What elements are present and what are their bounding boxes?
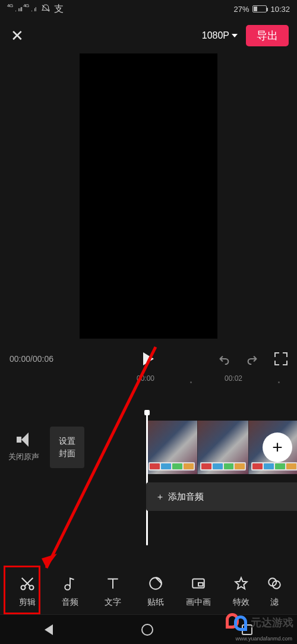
- battery-icon: [252, 5, 267, 12]
- ruler-dot: [190, 381, 192, 383]
- redo-button[interactable]: [246, 353, 259, 365]
- svg-point-2: [21, 586, 26, 590]
- signal-2: 4G．ıl: [23, 5, 36, 14]
- battery-pct: 27%: [233, 5, 249, 14]
- mute-original-button[interactable]: 关闭原声: [8, 433, 39, 462]
- mute-icon: [41, 4, 50, 15]
- tool-label: 贴纸: [147, 597, 164, 608]
- watermark: 元达游戏: [225, 611, 293, 634]
- tool-cut[interactable]: 剪辑: [6, 574, 49, 608]
- time-display: 00:00/00:06: [10, 354, 53, 364]
- nav-back[interactable]: [45, 624, 53, 635]
- tool-pip[interactable]: 画中画: [177, 574, 220, 608]
- set-cover-button[interactable]: 设置封面: [50, 427, 84, 468]
- status-left: 4G．ııll 4G．ıl 支: [7, 3, 64, 15]
- sticker-icon: [147, 574, 165, 592]
- svg-point-3: [30, 586, 34, 590]
- svg-marker-1: [42, 554, 57, 568]
- timeline-ruler[interactable]: 00:00 00:02: [0, 374, 297, 391]
- playback-controls: 00:00/00:06: [0, 347, 297, 371]
- video-frame: [80, 53, 217, 339]
- undo-button[interactable]: [217, 353, 230, 365]
- video-preview[interactable]: [0, 53, 297, 339]
- tool-audio[interactable]: 音频: [49, 574, 91, 608]
- plus-icon: ＋: [156, 491, 165, 503]
- chevron-down-icon: [232, 34, 238, 37]
- tool-effects[interactable]: 特效: [220, 574, 263, 608]
- tool-label: 特效: [233, 597, 249, 608]
- status-right: 27% 10:32: [233, 5, 290, 14]
- tool-label: 剪辑: [19, 597, 36, 608]
- close-button[interactable]: ✕: [8, 27, 26, 45]
- add-audio-label: 添加音频: [168, 491, 204, 503]
- tool-text[interactable]: 文字: [91, 574, 134, 608]
- top-bar: ✕ 1080P 导出: [0, 18, 297, 53]
- tool-sticker[interactable]: 贴纸: [134, 574, 177, 608]
- add-clip-button[interactable]: +: [263, 433, 292, 462]
- resolution-value: 1080P: [202, 30, 229, 41]
- tool-label: 音频: [62, 597, 78, 608]
- tool-filter[interactable]: 滤: [263, 574, 286, 608]
- playhead[interactable]: [146, 411, 148, 545]
- pip-icon: [189, 574, 207, 592]
- watermark-logo: [225, 611, 248, 634]
- alipay-icon: 支: [54, 3, 64, 15]
- filter-icon: [266, 574, 283, 592]
- tool-label: 文字: [105, 597, 121, 608]
- signal-1: 4G．ııll: [7, 5, 22, 14]
- watermark-text: 元达游戏: [251, 615, 293, 630]
- ruler-tick-0: 00:00: [137, 374, 154, 383]
- tool-label: 画中画: [186, 597, 211, 608]
- music-note-icon: [61, 574, 79, 592]
- play-button[interactable]: [143, 352, 154, 365]
- fullscreen-button[interactable]: [274, 352, 287, 365]
- svg-rect-7: [198, 583, 203, 586]
- clock: 10:32: [270, 5, 290, 14]
- resolution-selector[interactable]: 1080P: [202, 30, 238, 41]
- ruler-tick-1: 00:02: [225, 374, 242, 383]
- nav-home[interactable]: [141, 624, 153, 636]
- mute-label: 关闭原声: [8, 452, 39, 462]
- watermark-url: www.yuandafanmd.com: [235, 636, 292, 642]
- tool-label: 滤: [270, 597, 279, 608]
- svg-point-4: [65, 585, 70, 590]
- timeline[interactable]: 关闭原声 设置封面 + ＋ 添加音频: [0, 391, 297, 551]
- scissors-icon: [18, 574, 36, 592]
- speaker-icon: [15, 433, 32, 447]
- text-icon: [104, 574, 122, 592]
- status-bar: 4G．ııll 4G．ıl 支 27% 10:32: [0, 0, 297, 18]
- star-icon: [232, 574, 250, 592]
- add-audio-track[interactable]: ＋ 添加音频: [146, 482, 297, 511]
- ruler-dot: [278, 381, 280, 383]
- export-button[interactable]: 导出: [246, 25, 289, 46]
- bottom-toolbar: 剪辑 音频 文字 贴纸 画中画 特效 滤: [0, 568, 297, 614]
